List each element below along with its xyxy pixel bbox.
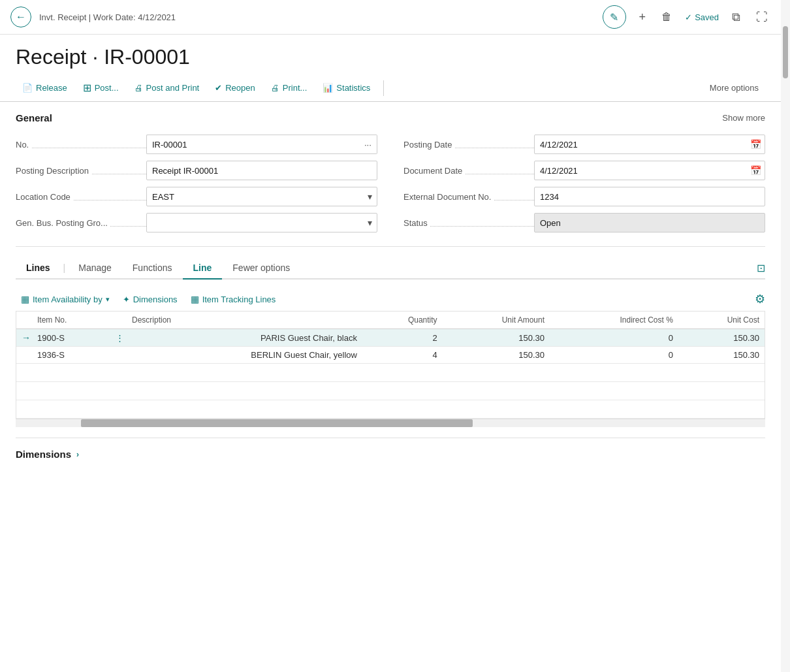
tab-functions[interactable]: Functions xyxy=(122,257,183,280)
right-scrollbar-thumb[interactable] xyxy=(783,26,788,78)
edit-button[interactable]: ✎ xyxy=(603,5,626,29)
delete-button[interactable]: 🗑 xyxy=(659,8,674,25)
status-label: Status xyxy=(403,218,534,228)
tab-lines[interactable]: Lines xyxy=(16,257,61,280)
ext-doc-label: External Document No. xyxy=(403,192,534,202)
scrollbar-thumb[interactable] xyxy=(81,419,473,427)
table-row[interactable]: → 1900-S ⋮ PARIS Guest Chair, black 2 15… xyxy=(16,329,765,347)
horizontal-scrollbar[interactable] xyxy=(16,419,765,427)
col-dots xyxy=(113,312,127,329)
description-cell[interactable]: PARIS Guest Chair, black xyxy=(127,329,362,347)
table-empty-row xyxy=(16,364,765,382)
status-row: Status Open xyxy=(403,210,765,236)
location-select[interactable]: EAST xyxy=(146,187,377,206)
row-context-menu[interactable] xyxy=(113,347,127,364)
unit-cost-cell[interactable]: 150.30 xyxy=(678,329,765,347)
lines-table-container: Item No. Description Quantity Unit Amoun… xyxy=(16,311,765,419)
post-and-print-button[interactable]: 🖨 Post and Print xyxy=(128,80,206,96)
col-indirect-cost: Indirect Cost % xyxy=(550,312,678,329)
print-icon: 🖨 xyxy=(271,83,279,93)
release-button[interactable]: 📄 Release xyxy=(16,80,74,96)
no-input-wrapper: ··· xyxy=(146,135,377,154)
page-title: Receipt · IR-00001 xyxy=(0,35,781,74)
statistics-icon: 📊 xyxy=(323,83,333,93)
table-row[interactable]: 1936-S BERLIN Guest Chair, yellow 4 150.… xyxy=(16,347,765,364)
posting-desc-input[interactable] xyxy=(146,161,377,180)
col-unit-cost: Unit Cost xyxy=(678,312,765,329)
row-context-menu[interactable]: ⋮ xyxy=(113,329,127,347)
tab-manage[interactable]: Manage xyxy=(68,257,122,280)
posting-date-row: Posting Date 📅 xyxy=(403,131,765,157)
table-empty-row xyxy=(16,382,765,400)
gen-bus-label: Gen. Bus. Posting Gro... xyxy=(16,218,146,228)
show-more-button[interactable]: Show more xyxy=(722,113,765,123)
statistics-button[interactable]: 📊 Statistics xyxy=(316,80,377,96)
dimensions-button[interactable]: ✦ Dimensions xyxy=(118,292,183,307)
location-select-wrapper: EAST xyxy=(146,187,377,206)
post-button[interactable]: ⊞ Post... xyxy=(76,78,125,97)
quantity-cell[interactable]: 4 xyxy=(362,347,443,364)
add-button[interactable]: + xyxy=(637,8,649,27)
general-title: General xyxy=(16,112,52,123)
external-link-button[interactable]: ⧉ xyxy=(729,8,743,27)
lines-settings-icon[interactable]: ⚙ xyxy=(755,292,765,306)
post-icon: ⊞ xyxy=(83,82,91,94)
item-no-cell[interactable]: 1936-S xyxy=(32,347,113,364)
scrollbar-thumb-area xyxy=(781,0,790,672)
document-date-input[interactable] xyxy=(534,161,765,180)
document-date-row: Document Date 📅 xyxy=(403,157,765,184)
posting-desc-row: Posting Description xyxy=(16,157,377,184)
dimensions-chevron-icon: › xyxy=(76,450,79,459)
col-arrow xyxy=(16,312,32,329)
more-options-button[interactable]: More options xyxy=(703,80,765,96)
dimensions-title[interactable]: Dimensions › xyxy=(16,449,765,460)
document-date-calendar-icon[interactable]: 📅 xyxy=(750,165,761,176)
lines-section: Lines | Manage Functions Line Fewer opti… xyxy=(16,247,765,438)
item-tracking-icon: ▦ xyxy=(191,294,199,304)
lines-table: Item No. Description Quantity Unit Amoun… xyxy=(16,312,765,419)
col-quantity: Quantity xyxy=(362,312,443,329)
lines-expand-icon[interactable]: ⊡ xyxy=(757,262,765,274)
tab-line[interactable]: Line xyxy=(183,257,223,280)
unit-cost-cell[interactable]: 150.30 xyxy=(678,347,765,364)
general-form: No. ··· Posting Description Location Cod… xyxy=(16,131,765,236)
lines-tab-bar: Lines | Manage Functions Line Fewer opti… xyxy=(16,257,765,280)
posting-date-calendar-icon[interactable]: 📅 xyxy=(750,139,761,150)
general-section: General Show more No. ··· Posting Descri… xyxy=(16,102,765,246)
print-button[interactable]: 🖨 Print... xyxy=(264,80,314,96)
general-section-header: General Show more xyxy=(16,112,765,123)
location-code-row: Location Code EAST xyxy=(16,184,377,210)
indirect-cost-cell[interactable]: 0 xyxy=(550,329,678,347)
no-input[interactable] xyxy=(146,135,359,154)
saved-status: ✓ Saved xyxy=(685,12,719,22)
item-no-cell[interactable]: 1900-S xyxy=(32,329,113,347)
reopen-icon: ✔ xyxy=(215,83,222,93)
unit-amount-cell[interactable]: 150.30 xyxy=(443,329,550,347)
table-empty-row xyxy=(16,400,765,419)
indirect-cost-cell[interactable]: 0 xyxy=(550,347,678,364)
description-cell[interactable]: BERLIN Guest Chair, yellow xyxy=(127,347,362,364)
right-scrollbar[interactable] xyxy=(781,0,790,672)
unit-amount-cell[interactable]: 150.30 xyxy=(443,347,550,364)
item-availability-chevron: ▾ xyxy=(106,295,110,304)
gen-bus-select[interactable] xyxy=(146,213,377,232)
row-arrow: → xyxy=(16,329,32,347)
posting-date-label: Posting Date xyxy=(403,140,534,150)
ext-doc-input[interactable] xyxy=(534,187,765,206)
gen-bus-select-wrapper xyxy=(146,213,377,232)
no-ellipsis-button[interactable]: ··· xyxy=(359,135,377,154)
top-bar-title: Invt. Receipt | Work Date: 4/12/2021 xyxy=(39,12,595,22)
tab-divider: | xyxy=(61,263,69,273)
reopen-button[interactable]: ✔ Reopen xyxy=(208,80,262,96)
row-arrow xyxy=(16,347,32,364)
right-column: Posting Date 📅 Document Date 📅 xyxy=(403,131,765,236)
quantity-cell[interactable]: 2 xyxy=(362,329,443,347)
item-tracking-lines-button[interactable]: ▦ Item Tracking Lines xyxy=(185,291,281,307)
back-button[interactable]: ← xyxy=(10,7,31,27)
expand-button[interactable]: ⛶ xyxy=(753,8,770,27)
tab-fewer-options[interactable]: Fewer options xyxy=(222,257,300,280)
gen-bus-row: Gen. Bus. Posting Gro... xyxy=(16,210,377,236)
item-availability-button[interactable]: ▦ Item Availability by ▾ xyxy=(16,291,115,307)
status-value: Open xyxy=(534,213,765,232)
posting-date-input[interactable] xyxy=(534,135,765,154)
